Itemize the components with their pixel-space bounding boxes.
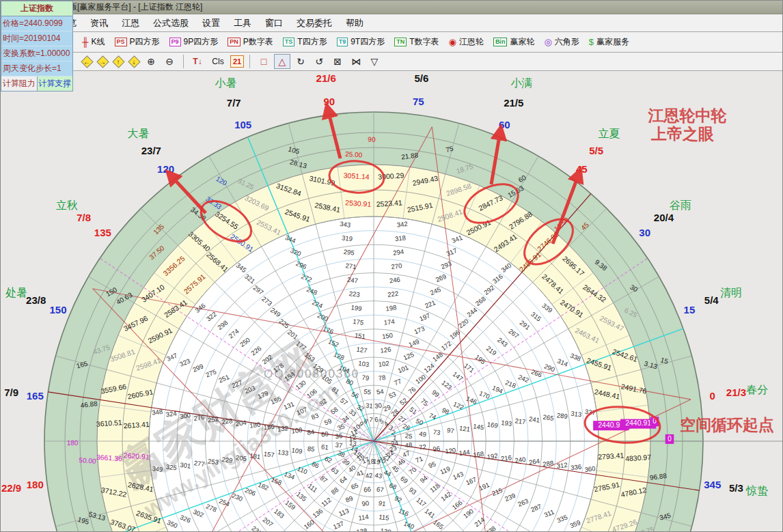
menu-item-7[interactable]: 窗口 <box>259 15 289 31</box>
t-square-label: T四方形 <box>297 36 327 48</box>
svg-text:2440.91: 2440.91 <box>598 421 624 429</box>
svg-text:151: 151 <box>354 331 366 340</box>
square-tool-button[interactable]: □ <box>256 54 272 69</box>
svg-text:120: 120 <box>445 446 456 455</box>
box-x-button[interactable]: ⊠ <box>329 54 346 69</box>
svg-text:23/7: 23/7 <box>141 145 161 156</box>
toolbar-button-kline[interactable]: ╫K线 <box>77 34 109 50</box>
svg-text:240: 240 <box>514 456 526 464</box>
menu-item-2[interactable]: 资讯 <box>84 15 114 31</box>
calendar-button[interactable]: 21 <box>230 55 244 68</box>
toolbar-button-9t-square[interactable]: T99T四方形 <box>332 34 390 50</box>
svg-text:192: 192 <box>486 451 498 460</box>
svg-text:217: 217 <box>514 417 526 425</box>
svg-text:175: 175 <box>353 318 364 326</box>
toolbar-main: ▦行情▚板块╫K线PSP四方形P99P四方形PNP数字表TST四方形T99T四方… <box>1 32 782 53</box>
svg-text:139: 139 <box>380 527 392 532</box>
svg-text:20/4: 20/4 <box>654 212 674 223</box>
svg-text:193: 193 <box>501 419 512 428</box>
zoom-in-button[interactable]: ⊕ <box>143 54 159 69</box>
svg-text:133: 133 <box>277 448 289 457</box>
shift-right-button[interactable]: → <box>96 55 109 68</box>
svg-text:45: 45 <box>576 163 588 175</box>
svg-text:289: 289 <box>556 411 568 420</box>
zoom-out-button[interactable]: ⊖ <box>161 54 178 69</box>
cls-button-button[interactable]: Cls <box>208 54 228 69</box>
svg-text:36: 36 <box>335 432 343 440</box>
svg-text:343: 343 <box>340 220 351 229</box>
menu-item-8[interactable]: 交易委托 <box>290 15 338 31</box>
svg-text:25: 25 <box>404 432 413 440</box>
toolbar-button-p-square[interactable]: PSP四方形 <box>110 34 165 50</box>
menu-item-4[interactable]: 公式选股 <box>147 15 195 31</box>
svg-text:大暑: 大暑 <box>127 128 149 139</box>
calc-support-button[interactable]: 计算支撑 <box>38 76 73 91</box>
svg-text:春分: 春分 <box>746 384 768 395</box>
svg-text:91: 91 <box>378 499 386 507</box>
toolbar-button-winner-wheel[interactable]: Bin赢家轮 <box>489 34 540 50</box>
svg-text:72: 72 <box>418 443 426 451</box>
svg-text:336: 336 <box>571 463 582 472</box>
toolbar-button-gann-wheel[interactable]: ◉江恩轮 <box>444 34 489 50</box>
menu-item-5[interactable]: 设置 <box>196 15 226 31</box>
svg-text:78: 78 <box>378 374 386 382</box>
svg-text:312: 312 <box>556 461 568 470</box>
toolbar-separator <box>183 55 184 68</box>
svg-text:49: 49 <box>419 430 427 438</box>
svg-text:222: 222 <box>387 290 399 298</box>
svg-text:241: 241 <box>529 415 540 424</box>
svg-text:90: 90 <box>368 136 376 143</box>
svg-text:199: 199 <box>351 303 362 312</box>
svg-text:288: 288 <box>542 459 554 468</box>
svg-text:348: 348 <box>152 408 163 417</box>
toolbar-button-hexagon[interactable]: ◎六角形 <box>539 34 583 50</box>
p-square-icon: PS <box>115 38 127 46</box>
svg-text:138: 138 <box>356 527 368 532</box>
svg-text:90: 90 <box>323 96 335 107</box>
svg-text:109: 109 <box>291 446 303 455</box>
svg-text:7/9: 7/9 <box>4 387 18 398</box>
menu-bar: 赢 文件浏览资讯江恩公式选股设置工具窗口交易委托帮助 <box>1 14 782 32</box>
svg-text:223: 223 <box>348 290 360 298</box>
svg-text:108: 108 <box>291 426 303 435</box>
date-row: 时间=20190104 <box>1 31 72 46</box>
shift-left-button[interactable]: ← <box>80 55 94 68</box>
rotate-ccw-button[interactable]: ↺ <box>311 54 327 69</box>
coef-row: 变换系数=1.00000 <box>1 46 72 61</box>
axis-toggle-button[interactable]: T↓ <box>189 54 206 69</box>
shift-down-button[interactable]: ↓ <box>127 55 141 68</box>
p-square-label: P四方形 <box>130 36 160 48</box>
triangle-tool-button[interactable]: △ <box>274 54 290 69</box>
svg-text:5/6: 5/6 <box>414 72 428 84</box>
toolbar-button-p-table[interactable]: PNP数字表 <box>223 34 278 50</box>
toolbar-button-winner-service[interactable]: $赢家服务 <box>584 34 634 50</box>
svg-text:121: 121 <box>458 424 470 433</box>
toolbar-button-9p-square[interactable]: P99P四方形 <box>165 34 223 50</box>
rotate-cw-button[interactable]: ↻ <box>292 54 309 69</box>
shift-left-icon: ← <box>83 58 90 66</box>
filter-tool-button[interactable]: ▽ <box>366 54 383 69</box>
svg-text:313: 313 <box>571 410 582 419</box>
svg-text:180: 180 <box>27 479 44 490</box>
svg-text:120: 120 <box>157 163 174 175</box>
shift-up-button[interactable]: ↑ <box>111 55 125 68</box>
svg-text:24: 24 <box>391 439 399 447</box>
hexagon-label: 六角形 <box>555 36 579 48</box>
svg-text:277: 277 <box>193 459 205 468</box>
menu-item-6[interactable]: 工具 <box>228 15 258 31</box>
menu-item-3[interactable]: 江恩 <box>115 15 146 31</box>
toolbar-button-t-square[interactable]: TST四方形 <box>278 34 332 50</box>
menu-item-9[interactable]: 帮助 <box>340 15 370 31</box>
gann-wheel-chart-area[interactable]: 赢家财富网www.yingjia360.comQQ:80080036012345… <box>1 72 783 532</box>
gann-wheel-svg[interactable]: 赢家财富网www.yingjia360.comQQ:80080036012345… <box>1 72 783 532</box>
svg-text:300: 300 <box>179 411 191 420</box>
t-square-icon: TS <box>283 38 295 46</box>
svg-text:90: 90 <box>361 499 370 507</box>
svg-text:22/9: 22/9 <box>1 482 21 494</box>
center-tool-button[interactable]: ⋈ <box>348 54 364 69</box>
calc-resistance-button[interactable]: 计算阻力 <box>1 76 38 91</box>
toolbar-button-t-table[interactable]: TNT数字表 <box>389 34 443 50</box>
svg-text:84: 84 <box>307 428 315 436</box>
shift-right-icon: → <box>99 58 106 66</box>
svg-text:319: 319 <box>342 234 353 242</box>
